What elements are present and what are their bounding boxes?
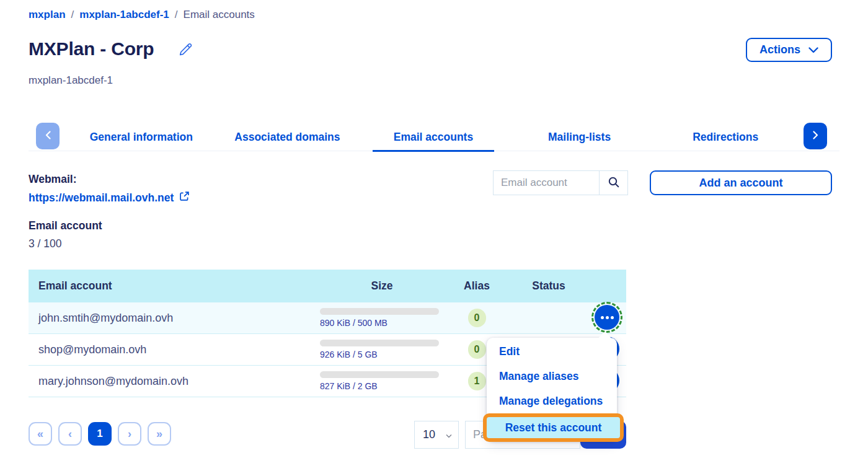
tab-general-information[interactable]: General information — [68, 123, 215, 151]
menu-item-manage-aliases[interactable]: Manage aliases — [487, 364, 617, 389]
account-size-cell: 926 KiB / 5 GB — [320, 340, 444, 359]
page-size-select[interactable]: 10 — [414, 421, 459, 449]
column-header-alias: Alias — [444, 280, 510, 293]
pagination-previous-button[interactable]: ‹ — [58, 422, 82, 446]
webmail-label: Webmail: — [29, 173, 190, 186]
account-email: john.smtih@mydomain.ovh — [29, 312, 320, 325]
breadcrumb-mxplan[interactable]: mxplan — [29, 9, 66, 21]
email-account-quota-label: Email account — [29, 219, 190, 232]
tab-mailing-lists[interactable]: Mailing-lists — [507, 123, 653, 151]
column-header-size: Size — [320, 280, 444, 293]
account-size-cell: 827 KiB / 2 GB — [320, 371, 444, 391]
size-progress-bar — [320, 371, 439, 378]
size-progress-bar — [320, 340, 439, 346]
tabs-scroll-left-button[interactable] — [36, 123, 60, 149]
column-header-email-account: Email account — [29, 280, 320, 293]
breadcrumb-separator: / — [175, 9, 178, 21]
chevron-down-icon — [446, 428, 452, 441]
alias-count-badge: 0 — [468, 340, 486, 359]
size-usage-text: 890 KiB / 500 MB — [320, 318, 444, 328]
actions-button[interactable]: Actions — [746, 38, 832, 62]
breadcrumb: mxplan / mxplan-1abcdef-1 / Email accoun… — [29, 9, 255, 21]
pagination-next-button[interactable]: › — [118, 422, 141, 446]
row-actions-ellipsis-button[interactable] — [595, 305, 619, 330]
external-link-icon — [179, 191, 190, 205]
page-title: MXPlan - Corp — [29, 38, 154, 59]
tab-associated-domains[interactable]: Associated domains — [215, 123, 361, 151]
breadcrumb-current: Email accounts — [184, 9, 255, 21]
pagination: « ‹ 1 › » — [29, 422, 171, 446]
tabs-scroll-right-button[interactable] — [804, 123, 827, 149]
webmail-link[interactable]: https://webmail.mail.ovh.net — [29, 191, 190, 205]
account-search-box — [493, 170, 628, 195]
tab-email-accounts[interactable]: Email accounts — [360, 123, 507, 151]
account-email: mary.johnson@mydomain.ovh — [29, 375, 320, 388]
chevron-right-icon — [813, 131, 818, 141]
search-button[interactable] — [599, 171, 627, 195]
table-row: john.smtih@mydomain.ovh 890 KiB / 500 MB… — [29, 302, 626, 334]
tab-list: General information Associated domains E… — [68, 123, 799, 151]
webmail-url: https://webmail.mail.ovh.net — [29, 191, 174, 205]
email-account-quota-value: 3 / 100 — [29, 237, 190, 250]
chevron-down-icon — [808, 43, 818, 56]
page-size-value: 10 — [423, 428, 435, 441]
alias-count-badge: 1 — [468, 372, 486, 390]
size-usage-text: 827 KiB / 2 GB — [320, 381, 444, 391]
tabs-bar: General information Associated domains E… — [29, 123, 839, 151]
pagination-page-1-button[interactable]: 1 — [88, 422, 112, 446]
breadcrumb-service[interactable]: mxplan-1abcdef-1 — [79, 9, 169, 21]
table-header-row: Email account Size Alias Status — [29, 270, 626, 302]
search-input[interactable] — [494, 171, 599, 195]
add-account-button[interactable]: Add an account — [650, 170, 832, 195]
service-info-block: Webmail: https://webmail.mail.ovh.net Em… — [29, 173, 190, 250]
menu-item-edit[interactable]: Edit — [487, 339, 617, 364]
search-icon — [608, 176, 620, 190]
size-progress-bar — [320, 308, 439, 315]
breadcrumb-separator: / — [71, 9, 74, 21]
pagination-first-button[interactable]: « — [29, 422, 52, 446]
actions-button-label: Actions — [760, 43, 800, 56]
account-size-cell: 890 KiB / 500 MB — [320, 308, 444, 328]
tab-redirections[interactable]: Redirections — [652, 123, 799, 151]
chevron-left-icon — [45, 131, 51, 141]
alias-count-badge: 0 — [468, 309, 486, 327]
column-header-status: Status — [510, 280, 588, 293]
edit-title-pencil-icon[interactable] — [177, 41, 194, 58]
menu-item-reset-this-account[interactable]: Reset this account — [483, 413, 624, 442]
mxplan-email-accounts-page: mxplan / mxplan-1abcdef-1 / Email accoun… — [0, 0, 868, 471]
focus-ring — [591, 302, 622, 333]
menu-item-manage-delegations[interactable]: Manage delegations — [487, 389, 617, 413]
account-email: shop@mydomain.ovh — [29, 343, 320, 356]
size-usage-text: 926 KiB / 5 GB — [320, 350, 444, 359]
pagination-last-button[interactable]: » — [148, 422, 171, 446]
service-id-subtitle: mxplan-1abcdef-1 — [29, 74, 113, 87]
